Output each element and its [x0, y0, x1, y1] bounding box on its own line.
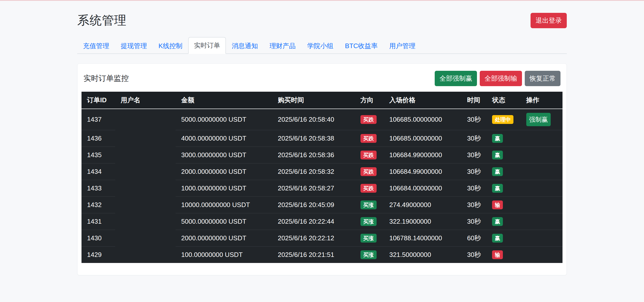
entry-price-cell: 106685.00000000: [384, 109, 461, 130]
amount-cell: 1000.00000000 USDT: [176, 180, 272, 197]
id-cell: 1433: [82, 180, 115, 197]
status-badge: 输: [492, 200, 503, 209]
table-row: 14315000.00000000 USDT2025/6/16 20:22:44…: [82, 213, 562, 230]
action-cell: [521, 130, 562, 147]
duration-cell: 60秒: [462, 230, 487, 247]
status-cell: 赢: [487, 130, 521, 147]
direction-cell: 买跌: [355, 147, 384, 163]
orders-table-body: 14375000.00000000 USDT2025/6/16 20:58:40…: [82, 109, 562, 263]
status-badge: 赢: [492, 151, 503, 159]
orders-panel: 实时订单监控 全部强制赢全部强制输恢复正常 订单ID用户名金额购买时间方向入场价…: [77, 63, 567, 275]
action-cell: [521, 247, 562, 263]
duration-cell: 30秒: [462, 213, 487, 230]
tab-3[interactable]: K线控制: [153, 38, 188, 54]
tab-5[interactable]: 消息通知: [226, 38, 264, 54]
amount-cell: 5000.00000000 USDT: [176, 213, 272, 230]
id-cell: 1436: [82, 130, 115, 147]
orders-table: 订单ID用户名金额购买时间方向入场价格时间状态操作 14375000.00000…: [82, 92, 562, 263]
table-row: 14364000.00000000 USDT2025/6/16 20:58:38…: [82, 130, 562, 147]
column-header-9: 操作: [521, 92, 562, 109]
table-row: 14375000.00000000 USDT2025/6/16 20:58:40…: [82, 109, 562, 130]
id-cell: 1432: [82, 197, 115, 213]
username-cell: [115, 109, 176, 130]
status-badge: 处理中: [492, 115, 513, 124]
tab-6[interactable]: 理财产品: [264, 38, 301, 54]
tab-9[interactable]: 用户管理: [383, 38, 421, 54]
column-header-6: 入场价格: [384, 92, 461, 109]
direction-badge: 买涨: [360, 250, 377, 259]
force-win-button[interactable]: 强制赢: [526, 113, 551, 126]
direction-cell: 买涨: [355, 247, 384, 263]
status-badge: 赢: [492, 234, 503, 243]
action-cell: [521, 213, 562, 230]
buy-time-cell: 2025/6/16 20:22:44: [272, 213, 355, 230]
page-header: 系统管理 退出登录: [77, 12, 567, 28]
action-cell: [521, 180, 562, 197]
username-cell: [115, 230, 176, 247]
panel-header: 实时订单监控 全部强制赢全部强制输恢复正常: [82, 68, 562, 86]
direction-badge: 买跌: [360, 167, 377, 176]
duration-cell: 30秒: [462, 180, 487, 197]
table-row: 14302000.00000000 USDT2025/6/16 20:22:12…: [82, 230, 562, 247]
panel-action-button-2[interactable]: 全部强制输: [480, 71, 522, 86]
direction-badge: 买跌: [360, 184, 377, 193]
amount-cell: 5000.00000000 USDT: [176, 109, 272, 130]
column-header-5: 方向: [355, 92, 384, 109]
buy-time-cell: 2025/6/16 20:21:51: [272, 247, 355, 263]
tab-1[interactable]: 充值管理: [77, 38, 115, 54]
panel-action-button-1[interactable]: 全部强制赢: [435, 71, 477, 86]
status-cell: 赢: [487, 163, 521, 180]
entry-price-cell: 322.19000000: [384, 213, 461, 230]
tab-7[interactable]: 学院小组: [301, 38, 339, 54]
action-cell: [521, 147, 562, 163]
username-cell: [115, 130, 176, 147]
username-cell: [115, 213, 176, 230]
status-cell: 赢: [487, 230, 521, 247]
entry-price-cell: 106685.00000000: [384, 130, 461, 147]
status-cell: 赢: [487, 147, 521, 163]
direction-cell: 买跌: [355, 163, 384, 180]
direction-badge: 买涨: [360, 200, 377, 209]
id-cell: 1435: [82, 147, 115, 163]
duration-cell: 30秒: [462, 197, 487, 213]
column-header-3: 金额: [176, 92, 272, 109]
status-cell: 输: [487, 197, 521, 213]
amount-cell: 2000.00000000 USDT: [176, 230, 272, 247]
panel-heading: 实时订单监控: [84, 73, 129, 84]
panel-actions: 全部强制赢全部强制输恢复正常: [435, 71, 560, 86]
direction-badge: 买跌: [360, 151, 377, 159]
duration-cell: 30秒: [462, 147, 487, 163]
status-cell: 赢: [487, 213, 521, 230]
logout-button[interactable]: 退出登录: [531, 13, 567, 28]
direction-cell: 买跌: [355, 180, 384, 197]
buy-time-cell: 2025/6/16 20:58:40: [272, 109, 355, 130]
buy-time-cell: 2025/6/16 20:58:36: [272, 147, 355, 163]
table-row: 14331000.00000000 USDT2025/6/16 20:58:27…: [82, 180, 562, 197]
amount-cell: 4000.00000000 USDT: [176, 130, 272, 147]
panel-action-button-3[interactable]: 恢复正常: [525, 71, 560, 86]
action-cell: 强制赢: [521, 109, 562, 130]
table-row: 143210000.00000000 USDT2025/6/16 20:45:0…: [82, 197, 562, 213]
duration-cell: 30秒: [462, 109, 487, 130]
column-header-1: 订单ID: [82, 92, 115, 109]
entry-price-cell: 321.50000000: [384, 247, 461, 263]
top-accent-bar: [0, 0, 644, 1]
column-header-7: 时间: [462, 92, 487, 109]
status-badge: 赢: [492, 184, 503, 193]
direction-badge: 买跌: [360, 115, 377, 124]
tab-4[interactable]: 实时订单: [188, 37, 226, 54]
table-row: 1429100.00000000 USDT2025/6/16 20:21:51买…: [82, 247, 562, 263]
column-header-8: 状态: [487, 92, 521, 109]
action-cell: [521, 197, 562, 213]
status-cell: 输: [487, 247, 521, 263]
id-cell: 1431: [82, 213, 115, 230]
direction-cell: 买跌: [355, 109, 384, 130]
column-header-2: 用户名: [115, 92, 176, 109]
direction-cell: 买涨: [355, 197, 384, 213]
entry-price-cell: 106684.99000000: [384, 163, 461, 180]
entry-price-cell: 106684.00000000: [384, 180, 461, 197]
duration-cell: 30秒: [462, 163, 487, 180]
tab-2[interactable]: 提现管理: [115, 38, 153, 54]
tab-8[interactable]: BTC收益率: [339, 38, 383, 54]
username-cell: [115, 247, 176, 263]
